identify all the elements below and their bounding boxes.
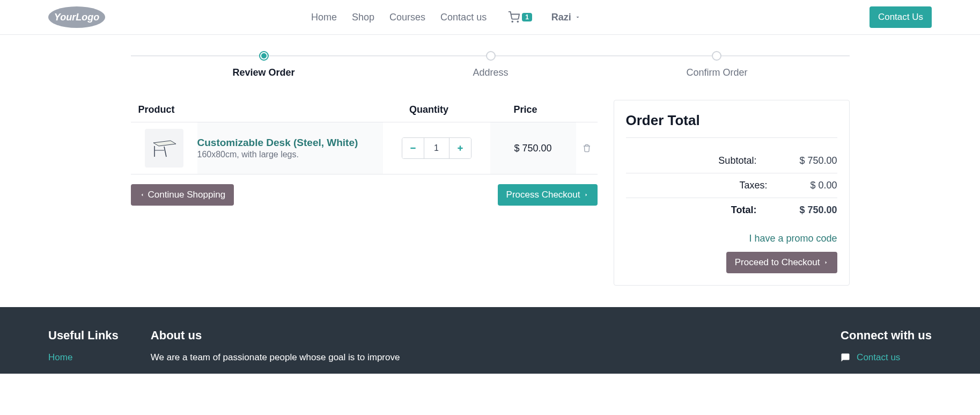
- subtotal-label: Subtotal:: [718, 155, 756, 166]
- step-dot-icon: [486, 51, 496, 61]
- contact-us-button[interactable]: Contact Us: [870, 6, 932, 28]
- taxes-value: $ 0.00: [810, 180, 837, 191]
- checkout-wizard: Review Order Address Confirm Order: [131, 51, 850, 78]
- step-dot-icon: [259, 51, 269, 61]
- order-total-panel: Order Total Subtotal: $ 750.00 Taxes: $ …: [614, 100, 850, 286]
- cart-layout: Product Quantity Price: [131, 100, 850, 286]
- remove-item-button[interactable]: [583, 144, 591, 152]
- minus-icon: [409, 144, 417, 152]
- wizard-step-address[interactable]: Address: [473, 51, 508, 78]
- nav-contact-us[interactable]: Contact us: [438, 10, 489, 25]
- quantity-stepper: [402, 137, 471, 159]
- continue-shopping-button[interactable]: Continue Shopping: [131, 184, 234, 206]
- total-label: Total:: [731, 205, 757, 216]
- delete-cell: [576, 122, 598, 174]
- nav-shop[interactable]: Shop: [350, 10, 377, 25]
- plus-icon: [456, 144, 464, 152]
- step-label: Review Order: [233, 67, 295, 78]
- chevron-down-icon: [574, 14, 581, 20]
- col-product-header: Product: [138, 104, 375, 115]
- footer: Useful Links Home About us We are a team…: [0, 307, 980, 374]
- chevron-right-icon: [584, 191, 589, 199]
- cart-count-badge: 1: [522, 13, 532, 21]
- product-image[interactable]: [145, 129, 183, 168]
- cart-icon: [508, 11, 520, 23]
- footer-connect: Connect with us Contact us: [841, 329, 932, 363]
- proceed-checkout-button[interactable]: Proceed to Checkout: [726, 252, 837, 273]
- cart-table-head: Product Quantity Price: [131, 100, 598, 122]
- main-container: Review Order Address Confirm Order Produ…: [115, 35, 866, 286]
- product-description: 160x80cm, with large legs.: [197, 150, 383, 159]
- total-value: $ 750.00: [799, 205, 837, 216]
- footer-link-home[interactable]: Home: [48, 352, 72, 362]
- product-info-cell: Customizable Desk (Steel, White) 160x80c…: [197, 130, 383, 166]
- step-dot-icon: [712, 51, 721, 61]
- nav-courses[interactable]: Courses: [387, 10, 428, 25]
- header: YourLogo Home Shop Courses Contact us 1 …: [0, 0, 980, 35]
- svg-rect-2: [410, 148, 415, 149]
- qty-decrease-button[interactable]: [402, 138, 424, 158]
- quantity-cell: [383, 122, 490, 174]
- subtotal-row: Subtotal: $ 750.00: [626, 149, 837, 173]
- taxes-label: Taxes:: [739, 180, 767, 191]
- logo-link[interactable]: YourLogo: [48, 6, 105, 28]
- cart-row: Customizable Desk (Steel, White) 160x80c…: [131, 122, 598, 174]
- svg-rect-4: [459, 145, 460, 150]
- proceed-row: Proceed to Checkout: [626, 252, 837, 273]
- trash-icon: [583, 144, 591, 152]
- footer-useful-title: Useful Links: [48, 329, 119, 343]
- subtotal-value: $ 750.00: [799, 155, 837, 166]
- svg-point-1: [518, 21, 519, 22]
- qty-input[interactable]: [424, 138, 450, 158]
- promo-code-link[interactable]: I have a promo code: [626, 233, 837, 244]
- step-label: Address: [473, 67, 508, 78]
- footer-about-text: We are a team of passionate people whose…: [151, 352, 400, 363]
- footer-about: About us We are a team of passionate peo…: [151, 329, 400, 363]
- product-image-cell: [131, 122, 197, 174]
- chevron-left-icon: [139, 191, 145, 199]
- chevron-right-icon: [823, 259, 829, 266]
- footer-connect-item: Contact us: [841, 352, 932, 363]
- footer-connect-title: Connect with us: [841, 329, 932, 343]
- user-name: Razi: [551, 12, 571, 23]
- continue-shopping-label: Continue Shopping: [148, 190, 226, 200]
- price-cell: $ 750.00: [490, 143, 576, 154]
- total-row: Total: $ 750.00: [626, 198, 837, 222]
- footer-columns: Useful Links Home About us We are a team…: [48, 329, 932, 363]
- logo-text: YourLogo: [54, 12, 99, 23]
- desk-icon: [151, 137, 177, 159]
- footer-useful-links: Useful Links Home: [48, 329, 119, 363]
- col-qty-header: Quantity: [375, 104, 483, 115]
- cart-link[interactable]: 1: [508, 11, 532, 23]
- cart-actions: Continue Shopping Process Checkout: [131, 184, 598, 206]
- qty-increase-button[interactable]: [450, 138, 471, 158]
- product-name-link[interactable]: Customizable Desk (Steel, White): [197, 137, 358, 148]
- step-label: Confirm Order: [686, 67, 747, 78]
- taxes-row: Taxes: $ 0.00: [626, 173, 837, 198]
- cart-main: Product Quantity Price: [131, 100, 598, 206]
- footer-contact-link[interactable]: Contact us: [857, 352, 900, 363]
- svg-point-0: [512, 21, 513, 22]
- order-total-title: Order Total: [626, 112, 837, 138]
- cart-table: Product Quantity Price: [131, 100, 598, 174]
- footer-about-title: About us: [151, 329, 400, 343]
- process-checkout-label: Process Checkout: [506, 190, 580, 200]
- chat-icon: [841, 353, 850, 362]
- wizard-step-confirm[interactable]: Confirm Order: [686, 51, 747, 78]
- user-menu[interactable]: Razi: [551, 12, 581, 23]
- col-delete-header: [569, 104, 590, 115]
- proceed-checkout-label: Proceed to Checkout: [735, 257, 820, 268]
- nav-home[interactable]: Home: [309, 10, 339, 25]
- wizard-step-review[interactable]: Review Order: [233, 51, 295, 78]
- main-nav: Home Shop Courses Contact us: [309, 10, 489, 25]
- process-checkout-button[interactable]: Process Checkout: [498, 184, 598, 206]
- logo-icon: YourLogo: [48, 6, 105, 28]
- col-price-header: Price: [483, 104, 569, 115]
